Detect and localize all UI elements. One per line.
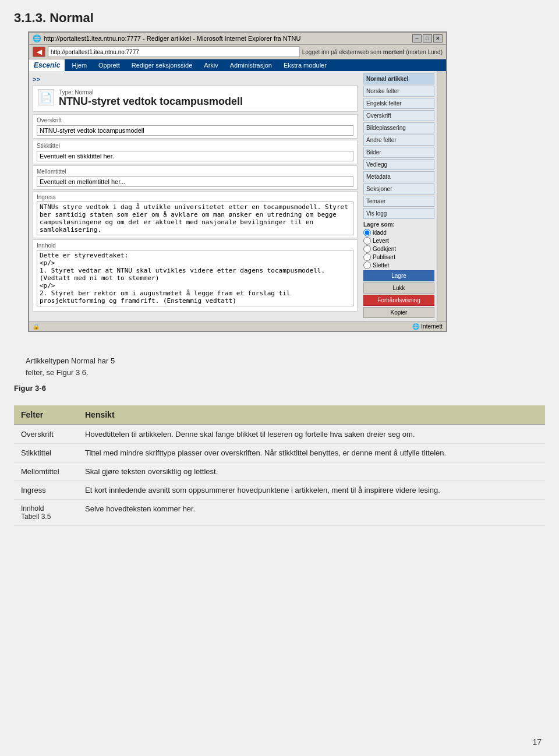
sidebar-bildeplassering[interactable]: Bildeplassering [363, 122, 434, 133]
sidebar-normal-artikkel[interactable]: Normal artikkel [363, 73, 434, 84]
cms-logo: Escenic [29, 59, 65, 71]
minimize-button[interactable]: – [412, 34, 422, 43]
fields-table-section: Felter Hensikt Overskrift Hovedtittelen … [14, 405, 545, 526]
field-name-stikktittel: Stikktittel [14, 444, 78, 462]
maximize-button[interactable]: □ [423, 34, 432, 43]
field-name-overskrift: Overskrift [14, 425, 78, 444]
mellomtittel-input[interactable] [37, 176, 353, 187]
field-name-ingress: Ingress [14, 481, 78, 500]
browser-window-controls: – □ ✕ [412, 34, 443, 43]
ingress-textarea[interactable] [37, 202, 353, 235]
artikkeltype-description: Artikkeltypen Normal har 5 felter, se Fi… [26, 355, 125, 378]
browser-window: 🌐 http://portaltest1.itea.ntnu.no:7777 -… [28, 31, 447, 332]
close-button[interactable]: ✕ [433, 34, 443, 43]
nav-ekstra-moduler[interactable]: Ekstra moduler [278, 59, 332, 71]
article-type-label: Type: Normal [59, 89, 243, 96]
table-row: Stikktittel Tittel med mindre skrifttype… [14, 444, 545, 462]
field-desc-overskrift: Hovedtittelen til artikkelen. Denne skal… [78, 425, 545, 444]
sidebar-metadata[interactable]: Metadata [363, 171, 434, 182]
nav-rediger-seksjonsside[interactable]: Rediger seksjonsside [126, 59, 199, 71]
innhold-field: Innhold [33, 239, 358, 312]
fields-table: Felter Hensikt Overskrift Hovedtittelen … [14, 405, 545, 526]
figure-caption: Figur 3-6 [0, 378, 559, 396]
sidebar-engelsk-felter[interactable]: Engelsk felter [363, 98, 434, 109]
col-header-hensikt: Hensikt [78, 405, 545, 425]
browser-title: http://portaltest1.itea.ntnu.no:7777 - R… [44, 35, 300, 42]
article-title: NTNU-styret vedtok tocampusmodell [59, 96, 243, 108]
stikktittel-field: Stikktittel [33, 140, 358, 164]
sidebar-bilder[interactable]: Bilder [363, 147, 434, 158]
innhold-textarea[interactable] [37, 250, 353, 306]
scrollbar[interactable] [437, 71, 446, 322]
field-desc-innhold: Selve hovedteksten kommer her. [78, 500, 545, 526]
browser-statusbar: 🔒 🌐 Internett [29, 322, 446, 331]
overskrift-input[interactable] [37, 125, 353, 136]
nav-arkiv[interactable]: Arkiv [198, 59, 224, 71]
sidebar-andre-felter[interactable]: Andre felter [363, 135, 434, 146]
browser-titlebar: 🌐 http://portaltest1.itea.ntnu.no:7777 -… [29, 33, 446, 45]
sidebar-panel: Normal artikkel Norske felter Engelsk fe… [361, 71, 437, 322]
innhold-label: Innhold [37, 242, 353, 249]
field-desc-stikktittel: Tittel med mindre skrifttype plasser ove… [78, 444, 545, 462]
ingress-field: Ingress [33, 191, 358, 238]
kopier-button[interactable]: Kopier [363, 307, 434, 318]
radio-kladd[interactable]: kladd [363, 229, 434, 236]
table-row: Mellomtittel Skal gjøre teksten oversikt… [14, 462, 545, 481]
save-radio-group: kladd Levert Godkjent Publisert Slettet [363, 229, 434, 269]
browser-toolbar: ◀ http://portaltest1.itea.ntnu.no:7777 L… [29, 45, 446, 59]
logged-in-info: Logget inn på eksternweb som mortenl (mo… [302, 49, 443, 55]
forhandsvisning-button[interactable]: Forhåndsvisning [363, 295, 434, 306]
nav-hjem[interactable]: Hjem [66, 59, 93, 71]
cms-main: >> 📄 Type: Normal NTNU-styret vedtok toc… [29, 71, 446, 322]
save-section-title: Lagre som: [363, 221, 434, 228]
field-name-mellomtittel: Mellomtittel [14, 462, 78, 481]
article-header: 📄 Type: Normal NTNU-styret vedtok tocamp… [33, 85, 358, 112]
sidebar-norske-felter[interactable]: Norske felter [363, 86, 434, 97]
table-row: Ingress Et kort innledende avsnitt som o… [14, 481, 545, 500]
internet-label: Internett [421, 323, 443, 330]
sidebar-overskrift[interactable]: Overskrift [363, 110, 434, 121]
back-button[interactable]: ◀ [33, 47, 45, 57]
sidebar-seksjoner[interactable]: Seksjoner [363, 183, 434, 195]
stikktittel-label: Stikktittel [37, 143, 353, 149]
table-row: Innhold Tabell 3.5 Selve hovedteksten ko… [14, 500, 545, 526]
stikktittel-input[interactable] [37, 151, 353, 161]
right-side-text: Artikkeltypen Normal har 5 felter, se Fi… [26, 332, 125, 378]
col-header-felter: Felter [14, 405, 78, 425]
main-panel: >> 📄 Type: Normal NTNU-styret vedtok toc… [29, 71, 361, 322]
mellomtittel-field: Mellomtittel [33, 165, 358, 190]
field-desc-mellomtittel: Skal gjøre teksten oversiktlig og lettle… [78, 462, 545, 481]
lukk-button[interactable]: Lukk [363, 282, 434, 294]
article-icon: 📄 [38, 89, 54, 105]
field-name-innhold: Innhold Tabell 3.5 [14, 500, 78, 526]
sidebar-temaer[interactable]: Temaer [363, 196, 434, 207]
ingress-label: Ingress [37, 194, 353, 200]
browser-globe-icon: 🌐 [33, 34, 41, 43]
radio-publisert[interactable]: Publisert [363, 253, 434, 261]
sidebar-vedlegg[interactable]: Vedlegg [363, 159, 434, 170]
lagre-button[interactable]: Lagre [363, 270, 434, 281]
field-desc-ingress: Et kort innledende avsnitt som oppsummer… [78, 481, 545, 500]
status-icon: 🔒 [33, 323, 40, 330]
article-header-info: Type: Normal NTNU-styret vedtok tocampus… [59, 89, 243, 108]
sidebar-vis-logg[interactable]: Vis logg [363, 208, 434, 219]
address-bar[interactable]: http://portaltest1.itea.ntnu.no:7777 [48, 47, 300, 57]
overskrift-field: Overskrift [33, 114, 358, 139]
table-row: Overskrift Hovedtittelen til artikkelen.… [14, 425, 545, 444]
cms-navbar: Escenic Hjem Opprett Rediger seksjonssid… [29, 59, 446, 71]
globe-icon: 🌐 [412, 323, 419, 330]
browser-titlebar-left: 🌐 http://portaltest1.itea.ntnu.no:7777 -… [33, 34, 300, 43]
breadcrumb: >> [33, 75, 358, 85]
page-number: 17 [532, 737, 542, 747]
table-header-row: Felter Hensikt [14, 405, 545, 425]
page-heading: 3.1.3. Normal [0, 0, 559, 31]
radio-levert[interactable]: Levert [363, 237, 434, 245]
radio-slettet[interactable]: Slettet [363, 262, 434, 269]
mellomtittel-label: Mellomtittel [37, 168, 353, 175]
nav-administrasjon[interactable]: Administrasjon [224, 59, 278, 71]
overskrift-label: Overskrift [37, 117, 353, 123]
nav-opprett[interactable]: Opprett [93, 59, 126, 71]
address-text: http://portaltest1.itea.ntnu.no:7777 [51, 49, 139, 55]
radio-godkjent[interactable]: Godkjent [363, 245, 434, 253]
internet-status: 🌐 Internett [412, 323, 443, 330]
